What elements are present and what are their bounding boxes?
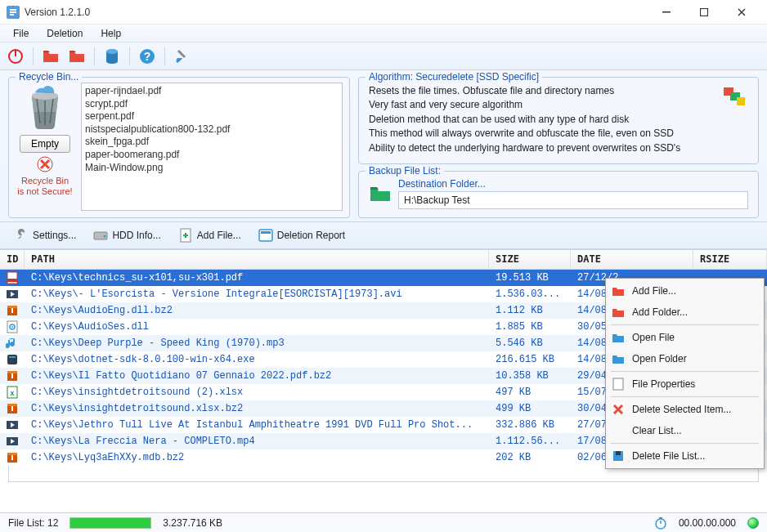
ctx-sep bbox=[611, 324, 759, 325]
ctx-open-folder[interactable]: Open Folder bbox=[608, 348, 762, 369]
ctx-open-file[interactable]: Open File bbox=[608, 327, 762, 348]
panels-row: Recycle Bin... Empty Recycle Binis not S… bbox=[0, 70, 767, 221]
cell-path: C:\Keys\insightdetroitsound (2).xlsx bbox=[25, 387, 489, 398]
file-type-icon bbox=[6, 320, 19, 333]
ctx-delete-file-list[interactable]: Delete File List... bbox=[608, 445, 762, 467]
recycle-listbox[interactable]: paper-rijndael.pdf scrypt.pdf serpent.pd… bbox=[81, 83, 343, 211]
cell-size: 10.358 KB bbox=[489, 370, 571, 382]
file-type-icon bbox=[6, 418, 19, 431]
settings-button[interactable]: Settings... bbox=[8, 226, 81, 245]
maximize-button[interactable] bbox=[685, 0, 723, 25]
cell-size: 1.885 KB bbox=[489, 321, 571, 333]
col-rsize[interactable]: RSIZE bbox=[693, 250, 767, 269]
file-type-icon bbox=[6, 337, 19, 350]
status-elapsed: 00.00.00.000 bbox=[679, 517, 736, 529]
folder-blue-icon bbox=[611, 351, 626, 366]
ctx-add-file[interactable]: Add File... bbox=[608, 280, 762, 302]
dest-folder-input[interactable] bbox=[398, 191, 748, 209]
add-file-icon bbox=[177, 227, 194, 244]
ctx-delete-selected[interactable]: Delete Selected Item... bbox=[608, 399, 762, 420]
ctx-add-folder[interactable]: Add Folder... bbox=[608, 302, 762, 323]
svg-rect-13 bbox=[737, 97, 745, 105]
app-icon bbox=[7, 6, 20, 19]
svg-text:?: ? bbox=[144, 50, 151, 63]
svg-rect-43 bbox=[613, 378, 623, 390]
folder-blue-icon bbox=[611, 330, 626, 345]
menu-help[interactable]: Help bbox=[92, 26, 129, 41]
folder-red2-icon[interactable] bbox=[66, 46, 87, 67]
menubar: File Deletion Help bbox=[0, 25, 767, 42]
algorithm-panel: Algorithm: Securedelete [SSD Specific] R… bbox=[358, 77, 759, 164]
recycle-item[interactable]: paper-boomerang.pdf bbox=[85, 149, 339, 162]
svg-rect-36 bbox=[7, 404, 17, 406]
recycle-item[interactable]: serpent.pdf bbox=[85, 110, 339, 123]
cell-size: 497 KB bbox=[489, 387, 571, 398]
col-size[interactable]: SIZE bbox=[489, 250, 571, 269]
toolbar-sep bbox=[94, 47, 95, 65]
svg-rect-37 bbox=[11, 406, 13, 411]
window-title: Version 1.2.1.0 bbox=[25, 7, 648, 18]
help-icon[interactable]: ? bbox=[137, 46, 158, 67]
svg-rect-42 bbox=[11, 455, 13, 460]
cell-path: C:\Keys\dotnet-sdk-8.0.100-win-x64.exe bbox=[25, 354, 489, 365]
status-led-icon bbox=[747, 517, 759, 529]
add-file-button[interactable]: Add File... bbox=[173, 226, 246, 245]
col-id[interactable]: ID bbox=[0, 250, 25, 269]
clean-icon[interactable] bbox=[172, 46, 193, 67]
main-toolbar: ? bbox=[0, 42, 767, 70]
svg-rect-45 bbox=[616, 451, 621, 455]
stopwatch-icon bbox=[654, 516, 667, 530]
cell-path: C:\Keys\AudioEng.dll.bz2 bbox=[25, 305, 489, 316]
disk-icon bbox=[611, 449, 626, 463]
power-button[interactable] bbox=[5, 46, 26, 67]
toolbar-sep bbox=[164, 47, 165, 65]
svg-rect-29 bbox=[9, 356, 16, 358]
ctx-file-props[interactable]: File Properties bbox=[608, 373, 762, 395]
svg-point-27 bbox=[11, 326, 13, 328]
empty-recycle-button[interactable]: Empty bbox=[20, 135, 70, 153]
flag-icon bbox=[722, 84, 748, 110]
cell-path: C:\Keys\Jethro Tull Live At Istanbul Amp… bbox=[25, 419, 489, 431]
dest-label: Destination Folder... bbox=[398, 178, 748, 190]
table-header: ID PATH SIZE DATE RSIZE bbox=[0, 250, 767, 270]
backup-panel: Backup File List: Destination Folder... bbox=[358, 171, 759, 218]
svg-text:X: X bbox=[11, 390, 15, 397]
folder-red-icon bbox=[611, 305, 626, 320]
algo-line: Resets the file times. Obfuscate file an… bbox=[369, 84, 722, 98]
hdd-info-button[interactable]: HDD Info... bbox=[87, 226, 165, 245]
cell-size: 202 KB bbox=[489, 452, 571, 463]
wrench-icon bbox=[13, 227, 29, 244]
ctx-clear-list[interactable]: Clear List... bbox=[608, 420, 762, 441]
minimize-button[interactable] bbox=[648, 0, 685, 25]
right-column: Algorithm: Securedelete [SSD Specific] R… bbox=[358, 77, 759, 218]
svg-rect-31 bbox=[7, 371, 17, 373]
cell-path: C:\Keys\Lyq3aEhXXy.mdb.bz2 bbox=[25, 452, 489, 463]
status-progress bbox=[70, 517, 151, 529]
cell-path: C:\Keys\- L'Esorcista - Versione Integra… bbox=[25, 288, 489, 300]
file-type-icon bbox=[6, 353, 19, 366]
titlebar: Version 1.2.1.0 bbox=[0, 0, 767, 25]
recycle-item[interactable]: skein_fpga.pdf bbox=[85, 136, 339, 149]
database-icon[interactable] bbox=[101, 46, 123, 67]
recycle-item[interactable]: Main-Window.png bbox=[85, 162, 339, 175]
cell-size: 216.615 KB bbox=[489, 354, 571, 365]
warning-x-icon bbox=[37, 156, 53, 172]
deletion-report-button[interactable]: Deletion Report bbox=[253, 226, 350, 245]
menu-file[interactable]: File bbox=[5, 26, 37, 41]
recycle-item[interactable]: scrypt.pdf bbox=[85, 98, 339, 111]
hdd-icon bbox=[92, 227, 109, 244]
recycle-item[interactable]: nistspecialpublication800-132.pdf bbox=[85, 123, 339, 136]
algo-line: Ability to detect the underlying hardwar… bbox=[369, 141, 722, 155]
page-icon bbox=[611, 377, 626, 391]
recycle-item[interactable]: paper-rijndael.pdf bbox=[85, 85, 339, 98]
ctx-sep bbox=[611, 443, 759, 444]
folder-green-icon bbox=[369, 184, 392, 203]
col-date[interactable]: DATE bbox=[571, 250, 693, 269]
svg-rect-2 bbox=[701, 8, 708, 16]
cell-path: C:\Keys\Il Fatto Quotidiano 07 Gennaio 2… bbox=[25, 370, 489, 382]
svg-rect-32 bbox=[11, 373, 13, 378]
folder-red-icon[interactable] bbox=[40, 46, 61, 67]
col-path[interactable]: PATH bbox=[25, 250, 489, 269]
menu-deletion[interactable]: Deletion bbox=[38, 26, 91, 41]
close-button[interactable] bbox=[723, 0, 760, 25]
